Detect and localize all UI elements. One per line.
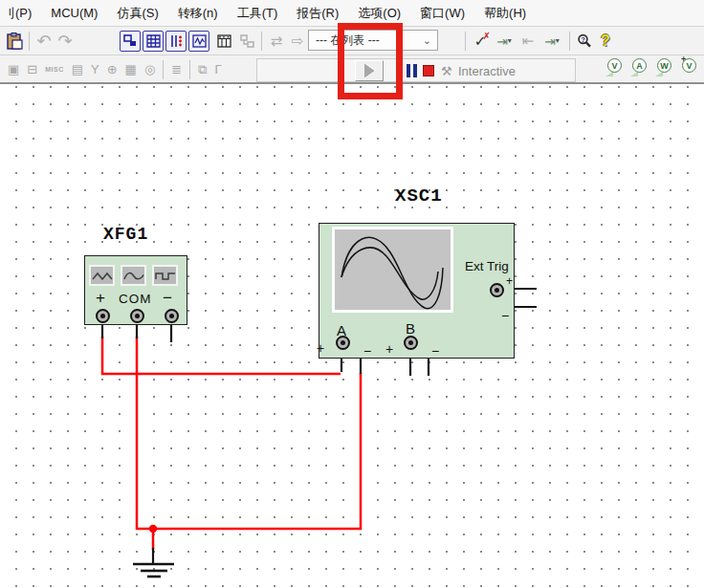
square-wave-icon — [155, 270, 176, 282]
place-mcu-icon[interactable]: ≣ — [171, 63, 182, 76]
xfg1-label[interactable]: XFG1 — [103, 225, 148, 244]
grid-icon — [146, 34, 161, 48]
place-hierarchical-block-icon[interactable]: ⧉ — [198, 63, 207, 76]
pause-simulation-button[interactable] — [407, 64, 417, 77]
bom-button[interactable] — [213, 31, 234, 52]
export-netlist-button[interactable]: ⇥ ▾ — [491, 31, 517, 52]
redo-icon[interactable]: ↷ — [55, 31, 76, 52]
waveform-icon — [192, 34, 207, 48]
paste-icon[interactable] — [4, 31, 25, 52]
xfg1-plus-terminal[interactable] — [96, 309, 110, 323]
menu-mcu[interactable]: MCU(M) — [41, 1, 107, 25]
place-power-source-icon[interactable]: ⊟ — [27, 63, 37, 76]
current-probe-icon: A — [632, 58, 647, 73]
place-bus-icon[interactable]: Γ — [214, 63, 221, 76]
back-annotate-icon[interactable]: ⇄ — [266, 31, 287, 52]
place-misc-icon[interactable]: MISC — [45, 66, 64, 73]
hierarchy-button[interactable] — [236, 31, 257, 52]
import-button[interactable]: ⇤ — [517, 31, 539, 52]
menu-transfer[interactable]: 转移(n) — [168, 0, 228, 27]
schematic-canvas[interactable]: XFG1 + COM − XSC1 — [0, 84, 704, 588]
svg-text:?: ? — [582, 35, 585, 42]
sine-wave-icon — [123, 270, 144, 282]
menu-place[interactable]: 刂(P) — [0, 0, 41, 27]
place-peripherals-icon[interactable]: ▤ — [72, 63, 83, 76]
ground-symbol[interactable] — [133, 564, 174, 577]
place-indicator-icon[interactable]: ▣ — [8, 63, 19, 76]
export-pcb-button[interactable]: ⇥ ▾ — [539, 31, 565, 52]
voltage-probe-icon: V — [607, 58, 622, 73]
power-probe-button[interactable]: W — [655, 58, 673, 76]
square-wave-button[interactable] — [152, 265, 178, 286]
place-ni-component-icon[interactable]: ▦ — [125, 63, 137, 76]
scope-trace — [335, 229, 451, 310]
menu-simulate[interactable]: 仿真(S) — [107, 0, 167, 27]
design-toolbox-button[interactable] — [120, 31, 141, 52]
wire-red[interactable] — [102, 337, 361, 550]
b-plus-label: + — [385, 341, 393, 357]
magnifier-icon: ? — [577, 33, 592, 49]
menu-window[interactable]: 窗口(W) — [410, 0, 474, 27]
channel-b-label: B — [406, 320, 415, 337]
help-button[interactable]: ? — [595, 31, 616, 52]
probe-toolbar: V A W + V — [605, 58, 698, 76]
interactive-mode-label[interactable]: Interactive — [458, 64, 516, 78]
power-probe-icon: W — [657, 58, 671, 73]
grapher-button[interactable] — [188, 31, 209, 52]
xfg1-minus-terminal[interactable] — [165, 309, 179, 323]
spreadsheet-view-button[interactable] — [143, 31, 164, 52]
place-electromechanical-icon[interactable]: ⊕ — [107, 63, 118, 76]
stop-simulation-button[interactable] — [423, 65, 434, 76]
annotation-highlight-rectangle — [338, 23, 403, 99]
exttrig-minus-label: − — [501, 308, 509, 323]
oscilloscope-screen — [332, 227, 453, 313]
sine-wave-button[interactable] — [121, 265, 146, 286]
place-rf-icon[interactable]: Y — [91, 63, 99, 76]
xfg1-com-terminal[interactable] — [130, 309, 144, 323]
exttrig-plus-label: + — [506, 274, 513, 288]
forward-annotate-icon[interactable]: ⇨ — [287, 31, 308, 52]
xfg1-minus-label: − — [163, 289, 172, 308]
voltage-probe-button[interactable]: V — [605, 58, 624, 76]
menu-tools[interactable]: 工具(T) — [228, 0, 288, 27]
chevron-down-icon: ⌄ — [423, 34, 431, 47]
wire-junction[interactable] — [149, 525, 157, 533]
current-probe-button[interactable]: A — [630, 58, 649, 76]
differential-probe-button[interactable]: + V — [680, 58, 698, 76]
a-minus-label: − — [363, 343, 371, 359]
database-manager-button[interactable] — [165, 31, 187, 52]
place-connector-icon[interactable]: ◎ — [144, 63, 155, 76]
simulation-panel: ⚒ Interactive — [256, 58, 576, 82]
hierarchy-boxes-icon — [123, 34, 138, 48]
xsc1-label[interactable]: XSC1 — [395, 185, 443, 207]
find-button[interactable]: ? — [574, 31, 595, 52]
ext-trig-label: Ext Trig — [465, 259, 509, 273]
xfg1-plus-label: + — [96, 289, 105, 308]
xsc1-exttrig-terminal[interactable] — [490, 283, 504, 297]
a-plus-label: + — [317, 340, 324, 356]
multisim-window: 刂(P) MCU(M) 仿真(S) 转移(n) 工具(T) 报告(R) 选项(O… — [0, 0, 704, 588]
triangle-wave-icon — [92, 270, 113, 282]
xsc1-a-terminal[interactable] — [336, 336, 350, 350]
wrench-icon: ⚒ — [441, 64, 452, 78]
b-minus-label: − — [431, 343, 439, 359]
undo-icon[interactable]: ↶ — [33, 31, 55, 52]
clipboard-icon — [7, 33, 23, 50]
menu-help[interactable]: 帮助(H) — [474, 0, 536, 27]
erc-check-button[interactable]: ✓ ✗ — [470, 31, 491, 52]
pause-icon — [407, 64, 410, 77]
spreadsheet-icon — [217, 34, 231, 48]
xfg1-com-label: COM — [119, 292, 152, 306]
hierarchy-icon — [240, 34, 254, 48]
triangle-wave-button[interactable] — [89, 265, 115, 286]
list-red-dots-icon — [169, 34, 184, 48]
xsc1-b-terminal[interactable] — [404, 336, 418, 350]
differential-probe-icon: V — [682, 58, 696, 73]
